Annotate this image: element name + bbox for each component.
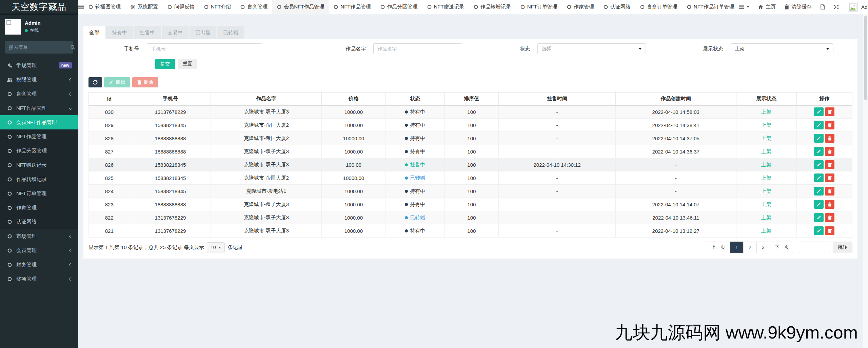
topnav-tab-会员NFT作品管理[interactable]: 会员NFT作品管理 [272, 0, 329, 14]
display-status-link[interactable]: 上架 [761, 148, 771, 154]
row-edit-button[interactable] [814, 200, 824, 209]
sidebar-item-盲盒管理[interactable]: 盲盒管理 [0, 87, 78, 101]
home-button[interactable]: 主页 [758, 4, 776, 10]
display-status-link[interactable]: 上架 [761, 214, 771, 220]
row-delete-button[interactable] [825, 173, 834, 182]
table-row[interactable]: 82213137678229克隆城市-双子大厦31000.00已转赠100-20… [89, 211, 852, 224]
jump-button[interactable]: 跳转 [833, 242, 852, 253]
sidebar-item-NFT订单管理[interactable]: NFT订单管理 [0, 186, 78, 201]
sidebar-item-会员管理[interactable]: 会员管理 [0, 243, 78, 258]
prev-page-button[interactable]: 上一页 [706, 242, 730, 253]
row-delete-button[interactable] [825, 107, 834, 116]
edit-button[interactable]: 编辑 [104, 77, 130, 87]
sidebar-item-NFT作品管理[interactable]: NFT作品管理 [0, 101, 78, 115]
sidebar-item-奖项管理[interactable]: 奖项管理 [0, 272, 78, 286]
tab-交易中[interactable]: 交易中 [162, 26, 189, 39]
row-edit-button[interactable] [814, 121, 824, 129]
sidebar-item-作家管理[interactable]: 作家管理 [0, 201, 78, 215]
sidebar-item-会员NFT作品管理[interactable]: 会员NFT作品管理 [0, 115, 78, 129]
display-status-link[interactable]: 上架 [761, 109, 771, 115]
topnav-tab-作品转增记录[interactable]: 作品转增记录 [469, 0, 516, 14]
work-name-filter-input[interactable] [373, 43, 462, 54]
table-row[interactable]: 82515838218345克隆城市-帝国大厦210000.00已转赠100--… [89, 171, 852, 185]
table-row[interactable]: 82318888888888克隆城市-双子大厦31000.00持有中100-20… [89, 198, 852, 211]
display-status-link[interactable]: 上架 [761, 162, 771, 167]
topnav-tab-盲盒管理[interactable]: 盲盒管理 [236, 0, 272, 14]
row-edit-button[interactable] [814, 147, 824, 156]
tab-持有中[interactable]: 持有中 [106, 26, 133, 39]
page-button-3[interactable]: 3 [756, 242, 770, 253]
topnav-tab-系统配置[interactable]: 系统配置 [125, 0, 163, 14]
search-icon[interactable] [70, 45, 75, 50]
reset-button[interactable]: 重置 [178, 59, 197, 69]
row-delete-button[interactable] [825, 213, 834, 222]
row-edit-button[interactable] [814, 187, 824, 196]
topnav-tab-作品分区管理[interactable]: 作品分区管理 [376, 0, 422, 14]
delete-button[interactable]: 删除 [132, 77, 158, 87]
sidebar-item-认证网络[interactable]: 认证网络 [0, 215, 78, 229]
table-row[interactable]: 82113137678229克隆城市-双子大厦31000.00持有中100-20… [89, 224, 852, 238]
topnav-tab-作家管理[interactable]: 作家管理 [562, 0, 599, 14]
topnav-tab-轮播图管理[interactable]: 轮播图管理 [84, 0, 125, 14]
fullscreen-button[interactable] [834, 4, 839, 9]
table-row[interactable]: 82415838218345克隆城市-发电站11000.00持有中100--上架 [89, 185, 852, 198]
row-delete-button[interactable] [825, 226, 834, 235]
row-edit-button[interactable] [814, 173, 824, 182]
row-edit-button[interactable] [814, 213, 824, 222]
topnav-tab-NFT作品订单管理[interactable]: NFT作品订单管理 [682, 0, 739, 14]
table-row[interactable]: 82915838218345克隆城市-帝国大厦21000.00持有中100-20… [89, 119, 852, 132]
topnav-tab-NFT介绍[interactable]: NFT介绍 [199, 0, 236, 14]
row-delete-button[interactable] [825, 160, 834, 169]
topnav-tab-盲盒订单管理[interactable]: 盲盒订单管理 [635, 0, 682, 14]
jump-page-input[interactable] [799, 242, 830, 253]
display-status-link[interactable]: 上架 [761, 175, 771, 181]
tab-全部[interactable]: 全部 [83, 26, 105, 39]
topnav-tab-NFT作品管理[interactable]: NFT作品管理 [329, 0, 375, 14]
row-edit-button[interactable] [814, 107, 824, 116]
sidebar-item-权限管理[interactable]: 权限管理 [0, 73, 78, 87]
page-button-2[interactable]: 2 [743, 242, 757, 253]
row-delete-button[interactable] [825, 187, 834, 196]
topnav-tab-NFT订单管理[interactable]: NFT订单管理 [516, 0, 562, 14]
sidebar-item-NFT赠送记录[interactable]: NFT赠送记录 [0, 158, 78, 172]
phone-filter-input[interactable] [147, 43, 262, 54]
sidebar-toggle-button[interactable] [78, 0, 84, 14]
row-delete-button[interactable] [825, 200, 834, 209]
topnav-tab-NFT赠送记录[interactable]: NFT赠送记录 [422, 0, 469, 14]
table-row[interactable]: 82718888888888克隆城市-双子大厦31000.00持有中100-20… [89, 145, 852, 158]
tab-已出售[interactable]: 已出售 [190, 26, 216, 39]
table-row[interactable]: 82818888888888克隆城市-帝国大厦210000.00持有中100-2… [89, 132, 852, 145]
row-delete-button[interactable] [825, 147, 834, 156]
document-button[interactable] [821, 4, 825, 9]
display-status-link[interactable]: 上架 [761, 135, 771, 141]
row-delete-button[interactable] [825, 121, 834, 129]
topnav-tab-认证网络[interactable]: 认证网络 [599, 0, 635, 14]
topnav-tab-问题反馈[interactable]: 问题反馈 [163, 0, 199, 14]
table-row[interactable]: 82615838218345克隆城市-双子大厦3100.00挂售中1002022… [89, 158, 852, 171]
sidebar-item-NFT作品管理[interactable]: NFT作品管理 [0, 129, 78, 144]
open-tabs-menu-button[interactable] [739, 5, 749, 9]
display-status-link[interactable]: 上架 [761, 188, 771, 194]
next-page-button[interactable]: 下一页 [770, 242, 794, 253]
clear-cache-button[interactable]: 清除缓存 [785, 4, 812, 10]
display-status-link[interactable]: 上架 [761, 228, 771, 233]
submit-button[interactable]: 提交 [155, 59, 175, 69]
sidebar-item-作品转增记录[interactable]: 作品转增记录 [0, 172, 78, 186]
page-button-1[interactable]: 1 [730, 242, 744, 253]
display-status-link[interactable]: 上架 [761, 122, 771, 128]
status-filter-select[interactable]: 选择 [537, 43, 646, 54]
sidebar-item-常规管理[interactable]: 常规管理new [0, 58, 78, 73]
sidebar-item-市场管理[interactable]: 市场管理 [0, 229, 78, 243]
row-edit-button[interactable] [814, 160, 824, 169]
user-menu[interactable]: Admin [848, 2, 868, 12]
row-delete-button[interactable] [825, 134, 834, 143]
display-status-link[interactable]: 上架 [761, 201, 771, 207]
scrollbar-thumb[interactable] [864, 16, 867, 100]
page-size-select[interactable]: 10 [207, 242, 225, 252]
row-edit-button[interactable] [814, 226, 824, 235]
display-status-filter-select[interactable]: 上架 [731, 43, 833, 54]
sidebar-item-作品分区管理[interactable]: 作品分区管理 [0, 144, 78, 158]
table-row[interactable]: 83013137678229克隆城市-双子大厦31000.00持有中100-20… [89, 105, 852, 119]
refresh-button[interactable] [88, 77, 102, 87]
row-edit-button[interactable] [814, 134, 824, 143]
